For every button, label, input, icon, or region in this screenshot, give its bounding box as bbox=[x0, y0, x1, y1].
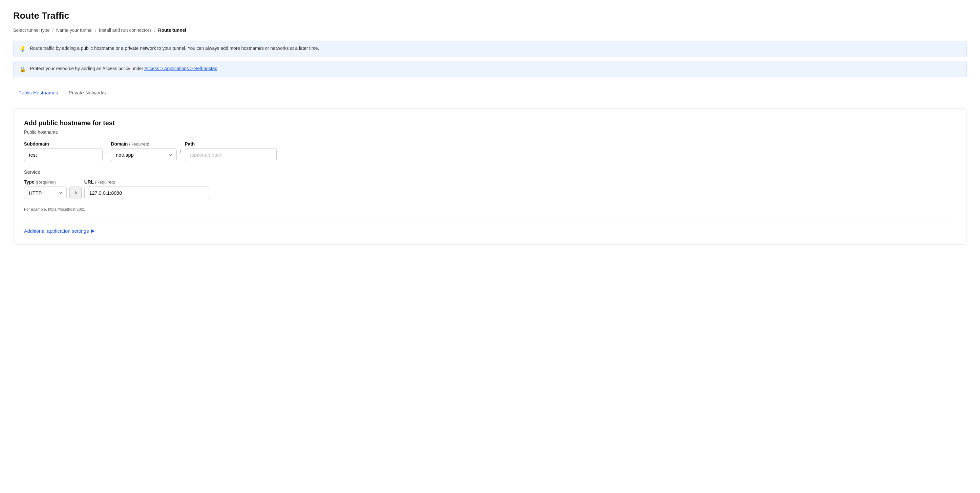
url-label: URL(Required) bbox=[84, 179, 209, 185]
type-label: Type(Required) bbox=[24, 179, 67, 185]
url-hint: For example, https://localhost:8001 bbox=[24, 207, 956, 212]
path-input[interactable] bbox=[185, 149, 277, 161]
breadcrumb: Select tunnel type / Name your tunnel / … bbox=[13, 27, 967, 33]
lock-banner-content: Protect your resource by adding an Acces… bbox=[30, 66, 219, 71]
domain-label: Domain(Required) bbox=[111, 141, 177, 146]
service-label: Service bbox=[24, 169, 956, 175]
domain-field-group: Domain(Required) notr.app bbox=[111, 141, 177, 161]
breadcrumb-sep-3: / bbox=[154, 27, 156, 33]
subdomain-input[interactable] bbox=[24, 149, 103, 161]
breadcrumb-step-2: Name your tunnel bbox=[56, 27, 92, 33]
lightbulb-icon: 💡 bbox=[19, 46, 26, 52]
url-input[interactable] bbox=[84, 187, 209, 199]
public-hostname-label: Public hostname bbox=[24, 130, 956, 135]
breadcrumb-step-3: Install and run connectors bbox=[99, 27, 152, 33]
protocol-badge: :// bbox=[69, 187, 82, 199]
card-title: Add public hostname for test bbox=[24, 119, 956, 127]
access-applications-link[interactable]: Access > Applications > Self-hosted bbox=[145, 66, 218, 71]
chevron-right-icon: ▶ bbox=[91, 228, 95, 234]
breadcrumb-step-4: Route tunnel bbox=[158, 27, 186, 33]
dot-separator: . bbox=[105, 148, 108, 158]
service-fields-row: Type(Required) HTTP HTTPS SSH RDP TCP UD… bbox=[24, 179, 956, 199]
subdomain-field-group: Subdomain bbox=[24, 141, 103, 161]
path-field-group: Path bbox=[185, 141, 277, 161]
hostname-fields-row: Subdomain . Domain(Required) notr.app / … bbox=[24, 141, 956, 161]
lock-icon: 🔒 bbox=[19, 66, 26, 73]
tab-public-hostnames[interactable]: Public Hostnames bbox=[13, 87, 63, 99]
info-banner-lock: 🔒 Protect your resource by adding an Acc… bbox=[13, 61, 967, 78]
tabs-container: Public Hostnames Private Networks bbox=[13, 87, 967, 99]
type-select[interactable]: HTTP HTTPS SSH RDP TCP UDP bbox=[24, 187, 67, 199]
additional-settings-link[interactable]: Additional application settings ▶ bbox=[24, 228, 956, 234]
breadcrumb-step-1: Select tunnel type bbox=[13, 27, 49, 33]
card-divider bbox=[24, 220, 956, 220]
breadcrumb-sep-2: / bbox=[95, 27, 97, 33]
type-field-group: Type(Required) HTTP HTTPS SSH RDP TCP UD… bbox=[24, 179, 67, 199]
subdomain-label: Subdomain bbox=[24, 141, 103, 146]
info-banner-text: Route traffic by adding a public hostnam… bbox=[30, 46, 319, 51]
page-title: Route Traffic bbox=[13, 11, 967, 21]
public-hostname-card: Add public hostname for test Public host… bbox=[13, 108, 967, 244]
breadcrumb-sep-1: / bbox=[52, 27, 54, 33]
tab-private-networks[interactable]: Private Networks bbox=[63, 87, 111, 99]
slash-separator: / bbox=[179, 148, 182, 158]
url-field-group: URL(Required) bbox=[84, 179, 209, 199]
info-banner-tip: 💡 Route traffic by adding a public hostn… bbox=[13, 41, 967, 57]
additional-settings-label: Additional application settings bbox=[24, 228, 89, 234]
domain-select[interactable]: notr.app bbox=[111, 149, 177, 161]
path-label: Path bbox=[185, 141, 277, 146]
